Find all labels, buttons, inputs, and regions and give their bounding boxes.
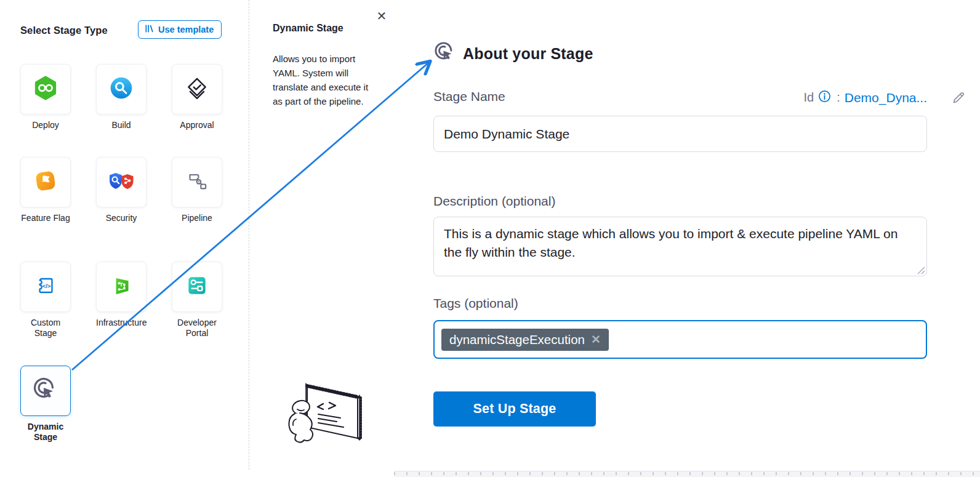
custom-stage-card[interactable]: </> xyxy=(20,262,71,312)
dynamic-stage-icon xyxy=(32,376,59,406)
stage-label: Security xyxy=(96,213,147,223)
about-header: About your Stage xyxy=(433,41,593,66)
infrastructure-card[interactable] xyxy=(96,262,147,312)
stage-type-infrastructure[interactable]: Infrastructure xyxy=(96,262,147,328)
approval-icon xyxy=(184,75,210,103)
use-template-button[interactable]: Use template xyxy=(138,20,222,39)
custom-stage-icon: </> xyxy=(33,273,58,301)
stage-type-dynamic-stage[interactable]: Dynamic Stage xyxy=(20,366,71,443)
description-textarea[interactable]: This is a dynamic stage which allows you… xyxy=(433,217,927,276)
stage-setup-screen: Select Stage Type Use template Deploy xyxy=(0,0,980,477)
pipeline-icon xyxy=(184,168,210,196)
approval-card[interactable] xyxy=(172,64,222,114)
developer-portal-icon xyxy=(184,273,210,301)
template-library-icon xyxy=(145,24,154,35)
help-title: Dynamic Stage xyxy=(273,23,343,34)
tag-chip: dynamicStageExecution ✕ xyxy=(441,329,609,351)
id-label: Id xyxy=(804,90,814,105)
stage-type-pipeline[interactable]: Pipeline xyxy=(172,157,222,223)
dynamic-stage-card[interactable] xyxy=(20,366,71,416)
stage-id-value[interactable]: Demo_Dyna... xyxy=(845,90,927,105)
security-icon xyxy=(107,168,135,196)
use-template-label: Use template xyxy=(158,25,214,34)
select-stage-type-panel: Select Stage Type Use template Deploy xyxy=(0,0,249,477)
pipeline-canvas-edge xyxy=(394,471,980,477)
build-icon xyxy=(108,75,134,103)
info-icon[interactable] xyxy=(818,90,831,105)
developer-portal-card[interactable] xyxy=(172,262,222,312)
stage-label: Approval xyxy=(172,120,222,130)
stage-label: Pipeline xyxy=(172,213,222,223)
security-card[interactable] xyxy=(96,157,147,207)
tag-remove-icon[interactable]: ✕ xyxy=(591,334,601,345)
stage-name-label: Stage Name xyxy=(433,89,505,104)
stage-name-input[interactable] xyxy=(433,116,927,152)
tags-label: Tags (optional) xyxy=(433,296,518,311)
infrastructure-icon xyxy=(108,273,134,301)
stage-id-row: Id : Demo_Dyna... xyxy=(804,90,927,105)
stage-type-developer-portal[interactable]: Developer Portal xyxy=(172,262,222,339)
close-icon[interactable]: ✕ xyxy=(374,8,390,24)
stage-type-custom-stage[interactable]: </> Custom Stage xyxy=(20,262,71,339)
set-up-stage-button[interactable]: Set Up Stage xyxy=(433,391,596,427)
pipeline-card[interactable] xyxy=(172,157,222,207)
about-title: About your Stage xyxy=(463,45,593,63)
stage-label: Developer Portal xyxy=(172,318,222,339)
presenter-illustration xyxy=(279,379,371,458)
stage-type-feature-flag[interactable]: Feature Flag xyxy=(20,157,71,223)
stage-label: Deploy xyxy=(20,120,71,130)
feature-flag-icon xyxy=(33,168,58,196)
stage-type-deploy[interactable]: Deploy xyxy=(20,64,71,130)
dynamic-stage-icon xyxy=(433,41,457,66)
stage-label: Custom Stage xyxy=(20,318,71,339)
dynamic-stage-help-panel: ✕ Dynamic Stage Allows you to import YAM… xyxy=(249,0,394,477)
build-card[interactable] xyxy=(96,64,147,114)
panel-title: Select Stage Type xyxy=(20,25,108,36)
tag-chip-label: dynamicStageExecution xyxy=(449,332,585,347)
about-your-stage-panel: About your Stage Stage Name Id : Demo_Dy… xyxy=(394,0,980,471)
deploy-icon xyxy=(33,75,58,103)
svg-text:</>: </> xyxy=(42,283,51,289)
stage-label: Dynamic Stage xyxy=(20,422,71,443)
stage-label: Build xyxy=(96,120,147,130)
stage-type-approval[interactable]: Approval xyxy=(172,64,222,130)
tags-input[interactable]: dynamicStageExecution ✕ xyxy=(433,320,927,359)
stage-type-security[interactable]: Security xyxy=(96,157,147,223)
stage-label: Feature Flag xyxy=(20,213,71,223)
stage-type-build[interactable]: Build xyxy=(96,64,147,130)
id-colon: : xyxy=(837,90,840,105)
description-label: Description (optional) xyxy=(433,194,555,209)
stage-label: Infrastructure xyxy=(96,318,147,328)
deploy-card[interactable] xyxy=(20,64,71,114)
help-description: Allows you to import YAML. System will t… xyxy=(273,52,370,108)
feature-flag-card[interactable] xyxy=(20,157,71,207)
edit-id-icon[interactable] xyxy=(951,90,966,108)
